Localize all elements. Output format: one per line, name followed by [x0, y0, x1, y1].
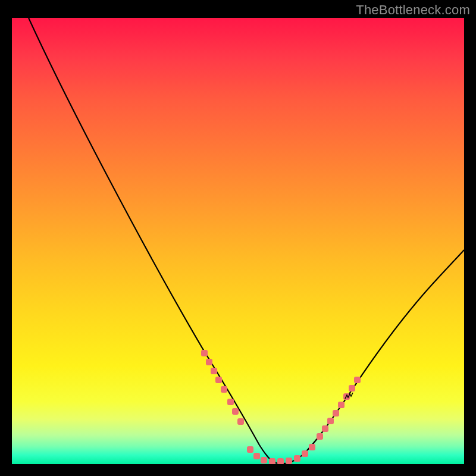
- svg-rect-18: [322, 425, 328, 432]
- svg-rect-24: [354, 377, 361, 383]
- plot-area: [12, 18, 464, 464]
- svg-rect-15: [302, 450, 308, 457]
- watermark-text: TheBottleneck.com: [356, 2, 470, 18]
- svg-rect-9: [253, 453, 260, 459]
- chart-svg: [12, 18, 464, 464]
- svg-rect-11: [269, 458, 275, 464]
- svg-rect-7: [237, 418, 244, 425]
- svg-rect-14: [294, 455, 300, 462]
- svg-rect-21: [338, 402, 345, 408]
- svg-rect-1: [206, 359, 212, 365]
- svg-rect-10: [261, 457, 267, 464]
- svg-rect-3: [215, 377, 222, 383]
- svg-rect-16: [309, 444, 315, 450]
- svg-rect-23: [349, 385, 355, 392]
- svg-rect-8: [247, 446, 253, 453]
- svg-rect-2: [211, 368, 217, 374]
- svg-rect-5: [227, 399, 234, 405]
- bottom-marker-dots: [247, 444, 315, 464]
- svg-rect-20: [333, 410, 339, 416]
- svg-rect-19: [327, 418, 334, 424]
- svg-rect-6: [232, 408, 239, 415]
- svg-rect-13: [286, 458, 292, 464]
- right-marker-dots: [317, 377, 361, 440]
- chart-frame: TheBottleneck.com: [0, 0, 476, 476]
- svg-rect-17: [317, 433, 323, 440]
- left-marker-dots: [201, 350, 244, 425]
- bottleneck-curve: [29, 18, 464, 464]
- svg-rect-12: [277, 458, 284, 464]
- svg-rect-0: [201, 350, 208, 356]
- svg-rect-4: [221, 386, 227, 393]
